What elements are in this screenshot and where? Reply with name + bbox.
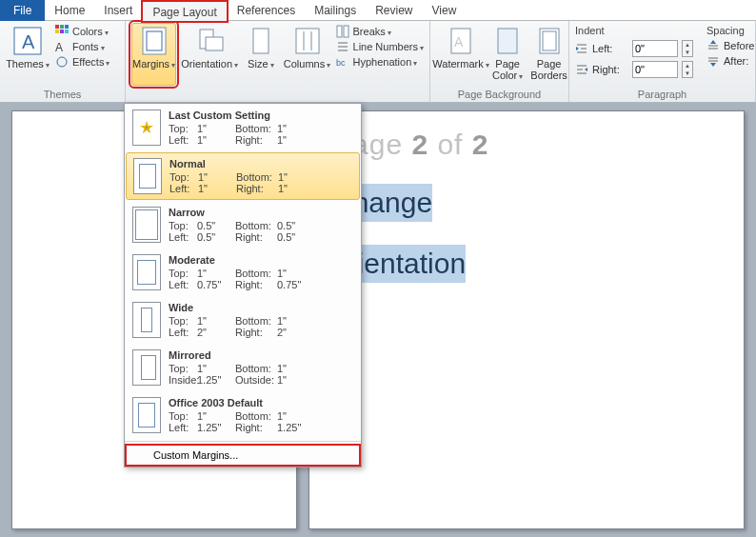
indent-right-icon: [575, 64, 588, 75]
indent-left-spinner[interactable]: ▲▼: [682, 40, 693, 57]
hyphenation-button[interactable]: bc Hyphenation: [336, 55, 424, 69]
svg-rect-7: [65, 30, 69, 33]
size-icon: [246, 26, 276, 56]
document-area: 2 Page 2 of 2 Change orientation: [0, 103, 756, 537]
breaks-button[interactable]: Breaks: [336, 25, 424, 38]
group-themes: A Themes Colors A Fonts Effects Theme: [0, 21, 126, 102]
spacing-after-icon: [706, 55, 720, 67]
orientation-button[interactable]: Orientation: [182, 23, 237, 86]
margin-thumb-icon: ★: [132, 109, 161, 146]
margins-dropdown: ★Last Custom SettingTop:1"Bottom:1"Left:…: [124, 103, 362, 467]
custom-margins-item[interactable]: Custom Margins...: [125, 444, 361, 467]
svg-rect-13: [206, 37, 223, 50]
colors-button[interactable]: Colors: [55, 25, 109, 38]
line-numbers-button[interactable]: Line Numbers: [336, 40, 424, 53]
indent-right-row: Right: ▲▼: [575, 61, 693, 78]
margins-button[interactable]: Margins: [131, 23, 176, 86]
watermark-icon: A: [446, 26, 476, 56]
svg-text:A: A: [55, 41, 63, 53]
margin-preset-title: Mirrored: [169, 349, 353, 361]
fonts-button[interactable]: A Fonts: [55, 40, 109, 53]
svg-rect-2: [55, 25, 59, 29]
svg-rect-5: [55, 30, 59, 33]
group-paragraph-label: Paragraph: [575, 87, 749, 102]
indent-right-spinner[interactable]: ▲▼: [682, 61, 693, 78]
svg-rect-3: [60, 25, 64, 29]
themes-label: Themes: [6, 58, 50, 71]
group-page-background: A Watermark Page Color Page Borders Page…: [430, 21, 569, 102]
tab-page-layout[interactable]: Page Layout: [142, 1, 227, 22]
selected-text[interactable]: Change orientation: [332, 161, 721, 283]
margin-thumb-icon: [132, 397, 161, 433]
orientation-icon: [194, 26, 225, 56]
margin-preset-wide[interactable]: WideTop:1"Bottom:1"Left:2"Right:2": [125, 296, 361, 344]
page-color-button[interactable]: Page Color: [491, 23, 524, 86]
fonts-icon: A: [55, 40, 69, 53]
svg-rect-19: [344, 26, 348, 37]
page-2[interactable]: Page 2 of 2 Change orientation: [308, 110, 745, 529]
margin-preset-narrow[interactable]: NarrowTop:0.5"Bottom:0.5"Left:0.5"Right:…: [125, 201, 361, 249]
hyphenation-icon: bc: [336, 55, 349, 69]
margin-preset-last-custom-setting[interactable]: ★Last Custom SettingTop:1"Bottom:1"Left:…: [125, 104, 361, 151]
margin-preset-title: Moderate: [169, 254, 353, 266]
margin-thumb-icon: [133, 158, 162, 194]
tab-references[interactable]: References: [228, 0, 305, 21]
tab-insert[interactable]: Insert: [94, 0, 142, 21]
margins-icon: [139, 26, 169, 56]
indent-right-input[interactable]: [632, 61, 678, 78]
columns-button[interactable]: Columns: [285, 23, 330, 86]
margin-preset-title: Normal: [169, 158, 352, 169]
colors-icon: [55, 25, 69, 38]
tab-review[interactable]: Review: [366, 0, 422, 21]
spacing-before-row: Before: [706, 40, 756, 51]
svg-rect-26: [498, 29, 517, 53]
group-paragraph: Indent Left: ▲▼ Right: ▲▼ Spacing: [569, 21, 756, 102]
svg-text:A: A: [454, 34, 464, 50]
size-button[interactable]: Size: [243, 23, 278, 86]
margin-thumb-icon: [132, 207, 161, 243]
themes-icon: A: [12, 26, 43, 56]
group-page-setup-label: [131, 87, 424, 102]
themes-button[interactable]: A Themes: [6, 23, 50, 86]
margin-preset-normal[interactable]: NormalTop:1"Bottom:1"Left:1"Right:1": [126, 152, 360, 200]
group-page-setup: Margins Orientation Size Columns: [126, 21, 430, 102]
svg-text:A: A: [22, 31, 35, 52]
margin-preset-office-2003-default[interactable]: Office 2003 DefaultTop:1"Bottom:1"Left:1…: [125, 391, 361, 439]
margin-preset-title: Last Custom Setting: [169, 109, 353, 121]
page-borders-icon: [534, 26, 565, 56]
watermark-button[interactable]: A Watermark: [436, 23, 486, 86]
spacing-label: Spacing: [706, 25, 756, 36]
group-themes-label: Themes: [6, 87, 119, 102]
breaks-icon: [336, 25, 349, 38]
svg-rect-18: [337, 26, 342, 37]
group-page-background-label: Page Background: [436, 87, 563, 102]
tab-mailings[interactable]: Mailings: [305, 0, 366, 21]
indent-left-icon: [575, 43, 588, 54]
tab-view[interactable]: View: [423, 0, 467, 21]
margin-thumb-icon: [132, 254, 161, 290]
columns-icon: [292, 26, 323, 56]
tab-home[interactable]: Home: [45, 0, 94, 21]
svg-rect-15: [296, 29, 319, 53]
indent-left-row: Left: ▲▼: [575, 40, 693, 57]
tab-file[interactable]: File: [0, 0, 45, 21]
margin-thumb-icon: [132, 302, 161, 338]
spacing-after-row: After:: [706, 55, 756, 67]
svg-rect-14: [253, 29, 269, 53]
indent-label: Indent: [575, 25, 693, 36]
page-color-icon: [492, 26, 523, 56]
margin-preset-moderate[interactable]: ModerateTop:1"Bottom:1"Left:0.75"Right:0…: [125, 249, 361, 296]
ribbon: A Themes Colors A Fonts Effects Theme: [0, 21, 756, 103]
svg-rect-6: [60, 30, 64, 33]
line-numbers-icon: [336, 40, 349, 53]
page-borders-button[interactable]: Page Borders: [529, 23, 568, 86]
margin-preset-mirrored[interactable]: MirroredTop:1"Bottom:1"Inside:1.25"Outsi…: [125, 344, 361, 391]
margin-preset-title: Narrow: [169, 207, 353, 218]
margin-thumb-icon: [132, 349, 161, 386]
svg-rect-4: [65, 25, 69, 29]
effects-button[interactable]: Effects: [55, 55, 109, 69]
indent-left-input[interactable]: [632, 40, 678, 57]
margin-preset-title: Wide: [169, 302, 353, 313]
effects-icon: [55, 55, 69, 69]
page-2-title: Page 2 of 2: [332, 129, 721, 161]
